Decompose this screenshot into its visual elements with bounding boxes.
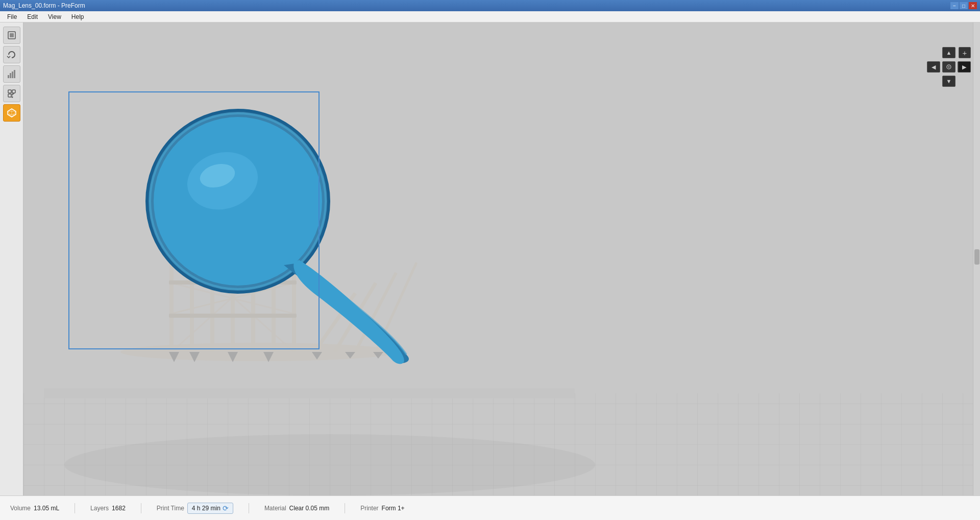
svg-point-44 [147, 110, 329, 292]
tool-select[interactable] [3, 27, 20, 44]
tool-analyze[interactable] [3, 65, 20, 83]
pan-right-button[interactable]: ▶ [958, 61, 971, 73]
svg-rect-2 [8, 75, 9, 78]
svg-rect-5 [14, 70, 15, 78]
grid-floor [23, 383, 980, 495]
svg-marker-36 [263, 352, 274, 362]
tool-rotate[interactable] [3, 46, 20, 63]
divider-3 [249, 503, 249, 513]
svg-line-24 [172, 283, 294, 314]
maximize-button[interactable]: □ [960, 2, 968, 9]
vertical-scrollbar[interactable] [973, 22, 980, 495]
pan-left-button[interactable]: ◀ [927, 61, 940, 73]
svg-line-30 [335, 283, 376, 352]
svg-marker-35 [228, 352, 238, 362]
viewport[interactable]: + − ▲ ◀ ▶ ▼ [23, 22, 980, 495]
menubar: File Edit View Help [0, 11, 980, 22]
divider-1 [75, 503, 75, 513]
svg-rect-12 [44, 388, 575, 398]
svg-line-32 [376, 263, 416, 352]
svg-marker-39 [373, 352, 383, 359]
svg-point-9 [11, 97, 13, 98]
printer-label: Printer [360, 505, 378, 512]
tool-preform[interactable] [3, 104, 20, 122]
svg-rect-11 [23, 393, 978, 495]
svg-rect-8 [8, 94, 11, 97]
svg-line-31 [355, 273, 396, 352]
camera-controls: + − ▲ ◀ ▶ ▼ [927, 47, 971, 96]
material-value: Clear 0.05 mm [289, 505, 330, 512]
svg-point-41 [154, 117, 322, 286]
layers-label: Layers [90, 505, 109, 512]
svg-line-29 [314, 293, 355, 352]
material-group: Material Clear 0.05 mm [264, 505, 329, 512]
main-layout: + − ▲ ◀ ▶ ▼ [0, 22, 980, 495]
menu-help[interactable]: Help [66, 12, 89, 21]
volume-group: Volume 13.05 mL [10, 505, 59, 512]
print-time-label: Print Time [157, 505, 184, 512]
svg-rect-28 [169, 314, 297, 318]
print-time-icon: ⟳ [223, 504, 229, 512]
svg-line-25 [172, 283, 294, 314]
layers-group: Layers 1682 [90, 505, 126, 512]
window-title: Mag_Lens_00.form - PreForm [3, 2, 950, 9]
material-label: Material [264, 505, 286, 512]
print-time-value: 4 h 29 min ⟳ [187, 503, 233, 514]
printer-group: Printer Form 1+ [360, 505, 404, 512]
svg-point-13 [120, 343, 396, 361]
window-controls: − □ ✕ [950, 2, 977, 9]
svg-line-21 [172, 242, 294, 352]
svg-point-40 [147, 110, 329, 292]
left-toolbar [0, 22, 23, 495]
divider-4 [345, 503, 345, 513]
svg-point-47 [948, 66, 950, 68]
divider-2 [141, 503, 141, 513]
svg-point-45 [150, 113, 326, 289]
svg-marker-33 [169, 352, 179, 362]
svg-line-22 [172, 242, 294, 352]
svg-rect-4 [12, 72, 13, 78]
print-time-group: Print Time 4 h 29 min ⟳ [157, 503, 233, 514]
pan-down-button[interactable]: ▼ [942, 76, 955, 87]
reset-view-button[interactable] [942, 61, 955, 73]
zoom-in-button[interactable]: + [959, 47, 971, 58]
volume-label: Volume [10, 505, 31, 512]
svg-line-23 [172, 283, 294, 314]
svg-rect-6 [8, 90, 11, 93]
model-3d [69, 63, 529, 390]
svg-marker-37 [312, 352, 322, 360]
close-button[interactable]: ✕ [969, 2, 977, 9]
svg-point-43 [197, 160, 237, 192]
menu-view[interactable]: View [43, 12, 66, 21]
svg-marker-38 [345, 352, 355, 359]
svg-point-42 [181, 145, 264, 217]
printer-value: Form 1+ [382, 505, 405, 512]
minimize-button[interactable]: − [950, 2, 959, 9]
svg-rect-27 [169, 280, 297, 285]
menu-file[interactable]: File [2, 12, 22, 21]
volume-value: 13.05 mL [34, 505, 59, 512]
statusbar: Volume 13.05 mL Layers 1682 Print Time 4… [0, 495, 980, 520]
tool-supports[interactable] [3, 85, 20, 102]
layers-value: 1682 [112, 505, 126, 512]
titlebar: Mag_Lens_00.form - PreForm − □ ✕ [0, 0, 980, 11]
svg-rect-26 [169, 240, 297, 245]
pan-up-button[interactable]: ▲ [942, 47, 955, 58]
menu-edit[interactable]: Edit [22, 12, 43, 21]
build-volume-box [68, 91, 320, 349]
scrollbar-thumb[interactable] [974, 249, 979, 265]
svg-rect-1 [10, 33, 14, 37]
svg-rect-3 [10, 73, 11, 78]
svg-rect-7 [12, 90, 15, 93]
svg-marker-34 [189, 352, 200, 362]
